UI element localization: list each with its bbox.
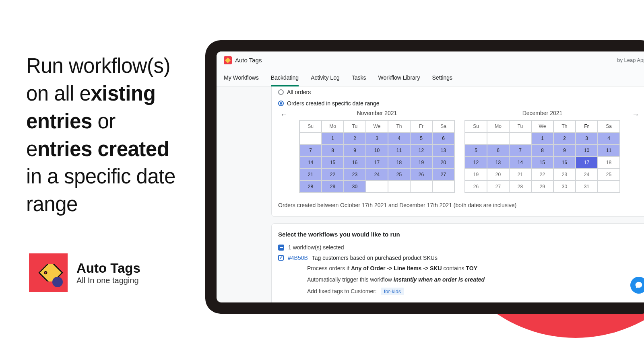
radio-date-range[interactable]: Orders created in specific date range: [278, 98, 641, 109]
selected-count-row[interactable]: 1 workflow(s) selected: [278, 244, 641, 251]
calendar-day[interactable]: 3: [366, 132, 388, 144]
tab-workflow-library[interactable]: Workflow Library: [378, 69, 420, 86]
calendar-day[interactable]: 31: [576, 181, 598, 193]
calendar-day[interactable]: 14: [509, 156, 531, 169]
calendar-day[interactable]: 1: [322, 132, 344, 144]
calendar-day[interactable]: 18: [388, 156, 410, 169]
calendar-day[interactable]: 12: [410, 144, 432, 156]
calendar-day[interactable]: 22: [531, 169, 553, 181]
calendar-left: November 2021 SuMoTuWeThFrSa123456789101…: [299, 110, 455, 193]
workflow-name: Tag customers based on purchased product…: [312, 255, 438, 261]
calendar-day: [598, 181, 620, 193]
tab-activity-log[interactable]: Activity Log: [311, 69, 340, 86]
calendar-day[interactable]: 11: [388, 144, 410, 156]
tab-tasks[interactable]: Tasks: [352, 69, 366, 86]
calendar-day[interactable]: 6: [432, 132, 454, 144]
calendar-day[interactable]: 6: [487, 144, 509, 156]
calendar-day[interactable]: 27: [432, 169, 454, 181]
calendar-day[interactable]: 23: [344, 169, 366, 181]
calendar-day[interactable]: 15: [531, 156, 553, 169]
dow-header: Sa: [432, 121, 454, 132]
calendar-day[interactable]: 16: [344, 156, 366, 169]
calendar-day[interactable]: 8: [531, 144, 553, 156]
date-summary: Orders created between October 17th 2021…: [278, 202, 641, 208]
calendar-day[interactable]: 19: [410, 156, 432, 169]
workflow-item[interactable]: #4B50B Tag customers based on purchased …: [278, 255, 641, 261]
calendar-day[interactable]: 11: [598, 144, 620, 156]
calendar-day[interactable]: 23: [553, 169, 576, 181]
calendar-day[interactable]: 4: [388, 132, 410, 144]
dow-header: Fr: [410, 121, 432, 132]
calendar-day[interactable]: 4: [598, 132, 620, 144]
calendar-day[interactable]: 18: [598, 156, 620, 169]
calendar-day[interactable]: 10: [366, 144, 388, 156]
calendar-day[interactable]: 29: [531, 181, 553, 193]
dow-header: We: [366, 121, 388, 132]
dow-header: Th: [553, 121, 576, 132]
calendar-day[interactable]: 17: [576, 156, 598, 169]
tab-backdating[interactable]: Backdating: [271, 69, 299, 86]
calendar-day[interactable]: 19: [465, 169, 487, 181]
calendar-day[interactable]: 2: [553, 132, 576, 144]
calendar-day[interactable]: 26: [410, 169, 432, 181]
calendar-day[interactable]: 17: [366, 156, 388, 169]
calendar-day[interactable]: 25: [598, 169, 620, 181]
prev-month-button[interactable]: ←: [278, 110, 289, 119]
calendar-day[interactable]: 3: [576, 132, 598, 144]
calendar-day[interactable]: 24: [576, 169, 598, 181]
calendar-day: [509, 132, 531, 144]
calendar-day[interactable]: 30: [553, 181, 576, 193]
calendar-day[interactable]: 7: [299, 144, 322, 156]
calendar-day[interactable]: 20: [432, 156, 454, 169]
calendar-day[interactable]: 12: [465, 156, 487, 169]
calendar-day[interactable]: 5: [410, 132, 432, 144]
radio-all-orders[interactable]: All orders: [278, 86, 641, 98]
gear-icon: [52, 277, 63, 287]
tab-settings[interactable]: Settings: [432, 69, 453, 86]
chat-icon: [635, 281, 643, 289]
dow-header: Th: [388, 121, 410, 132]
app-header: Auto Tags by Leap Apps: [217, 51, 644, 69]
calendar-day[interactable]: 20: [487, 169, 509, 181]
next-month-button[interactable]: →: [630, 110, 641, 119]
calendar-day: [432, 181, 454, 193]
app-logo-icon: [224, 56, 232, 64]
calendar-day[interactable]: 25: [388, 169, 410, 181]
calendar-day[interactable]: 1: [531, 132, 553, 144]
tab-my-workflows[interactable]: My Workflows: [224, 69, 259, 86]
brand-icon: [29, 253, 68, 292]
calendar-day[interactable]: 8: [322, 144, 344, 156]
calendar-day[interactable]: 21: [509, 169, 531, 181]
calendar-day[interactable]: 16: [553, 156, 576, 169]
calendar-day[interactable]: 13: [487, 156, 509, 169]
workflows-panel: Select the workflows you would like to r…: [271, 223, 644, 302]
calendar-day[interactable]: 9: [344, 144, 366, 156]
calendar-day[interactable]: 9: [553, 144, 576, 156]
help-button[interactable]: [630, 277, 644, 294]
calendar-day: [410, 181, 432, 193]
calendar-day[interactable]: 27: [487, 181, 509, 193]
calendar-day[interactable]: 7: [509, 144, 531, 156]
device-frame: Auto Tags by Leap Apps My WorkflowsBackd…: [205, 40, 644, 314]
calendar-day[interactable]: 5: [465, 144, 487, 156]
calendar-day[interactable]: 2: [344, 132, 366, 144]
calendar-day[interactable]: 15: [322, 156, 344, 169]
calendar-day[interactable]: 22: [322, 169, 344, 181]
calendar-day[interactable]: 21: [299, 169, 322, 181]
brand-tagline: All In one tagging: [76, 276, 140, 285]
calendar-day[interactable]: 14: [299, 156, 322, 169]
calendar-right: December 2021 SuMoTuWeThFrSa123456789101…: [464, 110, 620, 193]
calendar-day[interactable]: 28: [299, 181, 322, 193]
app-vendor: by Leap Apps: [617, 57, 644, 63]
calendar-day[interactable]: 29: [322, 181, 344, 193]
date-range-panel: All orders Orders created in specific da…: [271, 86, 644, 217]
dow-header: Fr: [576, 121, 598, 132]
dow-header: Tu: [344, 121, 366, 132]
calendar-day[interactable]: 28: [509, 181, 531, 193]
calendar-day[interactable]: 26: [465, 181, 487, 193]
calendar-day[interactable]: 13: [432, 144, 454, 156]
app-screen: Auto Tags by Leap Apps My WorkflowsBackd…: [217, 51, 644, 302]
calendar-day[interactable]: 24: [366, 169, 388, 181]
calendar-day[interactable]: 30: [344, 181, 366, 193]
calendar-day[interactable]: 10: [576, 144, 598, 156]
